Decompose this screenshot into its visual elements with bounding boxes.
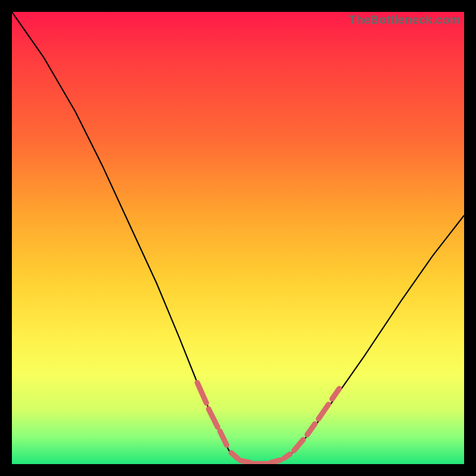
marker-segment [271, 460, 281, 463]
marker-segment [220, 431, 227, 446]
chart-frame: TheBottleneck.com [12, 12, 464, 464]
optimal-band-markers [198, 383, 340, 464]
marker-segment [307, 424, 315, 434]
marker-segment [209, 409, 218, 427]
marker-segment [231, 453, 238, 459]
marker-segment [332, 389, 339, 399]
bottleneck-curve-svg [12, 12, 464, 464]
marker-segment [240, 461, 251, 463]
marker-segment [318, 405, 328, 419]
marker-segment [294, 440, 303, 450]
marker-segment [198, 383, 206, 403]
marker-segment [284, 454, 290, 458]
bottleneck-curve-path [12, 12, 464, 464]
